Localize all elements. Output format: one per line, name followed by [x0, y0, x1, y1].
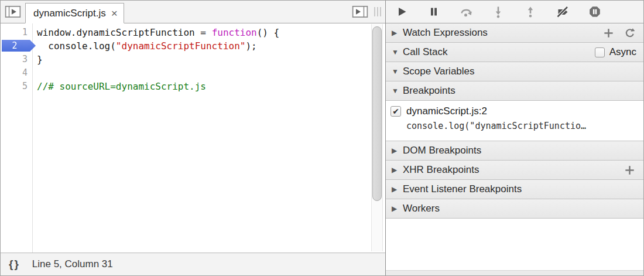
resume-icon[interactable] [395, 5, 408, 18]
show-navigator-icon[interactable] [4, 3, 22, 21]
code-line[interactable]: 1window.dynamicScriptFunction = function… [1, 26, 385, 39]
step-over-icon[interactable] [460, 5, 472, 18]
code-line[interactable]: 3} [1, 53, 385, 66]
section-xhr-breakpoints[interactable]: ▶ XHR Breakpoints [386, 161, 643, 180]
line-number[interactable]: 3 [1, 53, 33, 66]
chevron-down-icon: ▼ [392, 48, 401, 56]
breakpoint-location: dynamicScript.js:2 [406, 105, 487, 117]
source-editor-panel: dynamicScript.js × 1window.dynamicScrip [1, 1, 385, 275]
show-drawer-icon[interactable] [351, 3, 369, 21]
line-number[interactable]: 5 [1, 80, 33, 93]
section-watch-expressions[interactable]: ▶ Watch Expressions [386, 23, 643, 43]
code-text: //# sourceURL=dynamicScript.js [33, 80, 206, 93]
section-workers[interactable]: ▶ Workers [386, 199, 643, 219]
section-dom-breakpoints[interactable]: ▶ DOM Breakpoints [386, 141, 643, 161]
cursor-position-text: Line 5, Column 31 [32, 258, 113, 270]
devtools-sources-panel: dynamicScript.js × 1window.dynamicScrip [0, 0, 644, 276]
breakpoint-entry[interactable]: ✔ dynamicScript.js:2 console.log("dynami… [386, 101, 643, 141]
code-line[interactable]: 4 [1, 66, 385, 80]
line-number[interactable]: 4 [1, 66, 33, 80]
section-scope-variables[interactable]: ▼ Scope Variables [386, 62, 643, 81]
chevron-right-icon: ▶ [392, 205, 401, 213]
section-breakpoints[interactable]: ▼ Breakpoints [386, 81, 643, 101]
section-label: Watch Expressions [403, 27, 488, 39]
pause-icon[interactable] [427, 5, 440, 18]
deactivate-breakpoints-icon[interactable] [556, 5, 569, 18]
pretty-print-icon[interactable]: {} [1, 258, 27, 271]
step-out-icon[interactable] [524, 5, 537, 18]
tab-title: dynamicScript.js [33, 8, 106, 19]
scrollbar-thumb[interactable] [372, 26, 382, 201]
chevron-down-icon: ▼ [392, 67, 401, 76]
add-xhr-breakpoint-icon[interactable] [622, 163, 636, 177]
breakpoint-snippet: console.log("dynamicScriptFunctio… [406, 121, 639, 131]
section-label: DOM Breakpoints [403, 145, 481, 156]
step-into-icon[interactable] [492, 5, 505, 18]
section-call-stack[interactable]: ▼ Call Stack Async [386, 43, 643, 62]
chevron-right-icon: ▶ [392, 146, 401, 155]
section-label: Event Listener Breakpoints [403, 183, 522, 195]
show-navigator-glyph [5, 4, 21, 19]
section-label: Scope Variables [403, 66, 475, 77]
editor-status-bar: {} Line 5, Column 31 [1, 253, 385, 275]
async-checkbox[interactable] [595, 47, 605, 57]
section-event-listener-breakpoints[interactable]: ▶ Event Listener Breakpoints [386, 180, 643, 199]
tab-dynamicscript-js[interactable]: dynamicScript.js × [25, 3, 124, 23]
sidebar-empty-area [386, 219, 643, 271]
add-watch-expression-icon[interactable] [601, 26, 615, 40]
section-label: Breakpoints [403, 85, 455, 97]
code-text [33, 66, 37, 80]
section-label: XHR Breakpoints [403, 164, 479, 176]
execution-line-marker[interactable]: 2 [1, 39, 33, 53]
chevron-right-icon: ▶ [392, 166, 401, 174]
code-line[interactable]: 2 console.log("dynamicScriptFunction"); [1, 39, 385, 53]
code-editor[interactable]: 1window.dynamicScriptFunction = function… [1, 23, 385, 253]
chevron-right-icon: ▶ [392, 185, 401, 193]
breakpoint-checkbox[interactable]: ✔ [390, 106, 401, 117]
close-icon[interactable]: × [111, 8, 118, 19]
execution-pointer-flag: 2 [2, 40, 36, 52]
code-text: } [33, 53, 43, 66]
code-lines: 1window.dynamicScriptFunction = function… [1, 23, 385, 93]
chevron-down-icon: ▼ [392, 87, 401, 95]
panel-splitter-grip[interactable] [373, 7, 382, 16]
code-text: console.log("dynamicScriptFunction"); [33, 39, 257, 53]
check-icon: ✔ [392, 107, 399, 116]
section-label: Workers [403, 203, 440, 214]
debugger-sidebar: ▶ Watch Expressions ▼ Call Stack [385, 1, 643, 275]
pause-on-exceptions-icon[interactable] [588, 5, 601, 18]
section-label: Call Stack [403, 46, 448, 58]
code-text: window.dynamicScriptFunction = function(… [33, 26, 279, 39]
debugger-toolbar [386, 1, 643, 23]
async-label: Async [609, 46, 636, 58]
file-tab-bar: dynamicScript.js × [1, 1, 385, 23]
refresh-watch-icon[interactable] [622, 26, 636, 40]
editor-scrollbar[interactable] [371, 24, 383, 251]
line-number[interactable]: 1 [1, 26, 33, 39]
chevron-right-icon: ▶ [392, 29, 401, 37]
sidebar-sections: ▶ Watch Expressions ▼ Call Stack [386, 23, 643, 275]
show-drawer-glyph [352, 4, 368, 19]
tabbar-right-controls [351, 3, 385, 21]
code-line[interactable]: 5//# sourceURL=dynamicScript.js [1, 80, 385, 93]
